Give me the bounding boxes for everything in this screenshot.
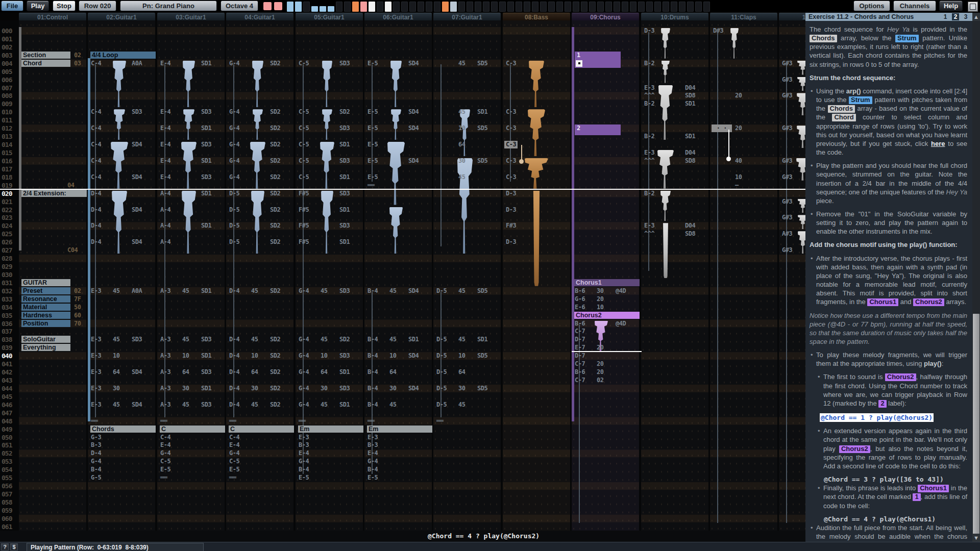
pattern-cell-note[interactable]: G-4: [299, 401, 309, 409]
label-value[interactable]: 02: [74, 287, 81, 295]
pattern-cell-note[interactable]: C-5: [299, 173, 309, 181]
pattern-cell-note[interactable]: E-3: [368, 434, 378, 441]
pattern-cell-fx[interactable]: SD5: [477, 60, 487, 67]
pattern-cell-note[interactable]: C-4: [229, 434, 239, 441]
pattern-cell-note[interactable]: E-3: [91, 385, 101, 392]
pattern-cell-note[interactable]: B-6: [575, 287, 585, 295]
pattern-cell-note[interactable]: A-3: [160, 336, 170, 343]
pattern-cell-value[interactable]: 45: [458, 60, 465, 67]
pattern-cell-fx[interactable]: SD4: [408, 287, 419, 295]
pattern-cell-note[interactable]: G#3: [782, 157, 792, 165]
pattern-cell-note[interactable]: G-3: [91, 434, 101, 441]
pattern-cell-value[interactable]: 30: [458, 157, 465, 165]
tutorial-scrollbar[interactable]: ▲ ▼: [972, 13, 980, 542]
pattern-cell-note[interactable]: C-4: [91, 60, 101, 67]
pattern-cell-value[interactable]: 45: [251, 336, 258, 343]
pattern-cell-note[interactable]: E-5: [160, 466, 170, 473]
pattern-cell-fx[interactable]: SD1: [201, 222, 211, 230]
section-label[interactable]: Chorus1: [574, 279, 640, 286]
scrollbar-thumb[interactable]: [973, 314, 979, 538]
channel-header-01control[interactable]: 01:Control: [19, 13, 86, 21]
pattern-cell-note[interactable]: B-4: [368, 336, 378, 343]
tutorial-page-3[interactable]: 3: [962, 13, 969, 20]
pattern-cell-note[interactable]: B-4: [368, 287, 378, 295]
pattern-cell-note[interactable]: E-5: [368, 141, 378, 148]
section-label[interactable]: C: [229, 425, 294, 433]
channel-9[interactable]: Chorus1Chorus212B-630@4DG-620E-610B-6@4D…: [572, 20, 639, 531]
pattern-cell-note[interactable]: C-5: [229, 458, 239, 465]
pattern-cell-fx[interactable]: SD3: [339, 157, 350, 165]
pattern-cell-note[interactable]: D-7: [575, 352, 585, 360]
pattern-cell-note[interactable]: ══: [436, 417, 443, 425]
pattern-cell-note[interactable]: E-4: [160, 441, 170, 449]
pattern-cell-value[interactable]: 30: [113, 385, 119, 392]
play-marker-box[interactable]: [576, 60, 582, 67]
pattern-cell-fx[interactable]: SD5: [477, 287, 487, 295]
pattern-cell-note[interactable]: D-3: [506, 238, 516, 246]
pattern-cell-value[interactable]: 45: [321, 287, 327, 295]
pattern-cell-note[interactable]: F#5: [299, 222, 309, 230]
pattern-cell-fx[interactable]: SD1: [685, 100, 695, 108]
drag-pin-handle[interactable]: [726, 157, 731, 161]
pattern-cell-note[interactable]: D-4: [91, 206, 101, 214]
pattern-cell-note[interactable]: G#3: [782, 76, 792, 84]
pattern-cell-note[interactable]: B-2: [644, 60, 654, 67]
section-label[interactable]: 4/4 Loop: [90, 52, 156, 59]
pattern-cell-note[interactable]: G-4: [160, 449, 170, 457]
pattern-cell-value[interactable]: 30: [182, 385, 189, 392]
pattern-cell-note[interactable]: B-4: [368, 352, 378, 360]
pattern-cell-note[interactable]: F#3: [506, 222, 516, 230]
pattern-cell-note[interactable]: B-4: [368, 385, 378, 392]
pattern-cell-note[interactable]: E-4: [160, 124, 170, 132]
pattern-cell-fx[interactable]: @4D: [616, 287, 626, 295]
pattern-cell-fx[interactable]: SD5: [477, 385, 487, 392]
pattern-cell-note[interactable]: G-4: [299, 336, 309, 343]
pattern-cell-fx[interactable]: SD1: [408, 336, 419, 343]
pattern-cell-note[interactable]: ^^^: [644, 157, 654, 165]
pattern-cell-note[interactable]: E-4: [160, 173, 170, 181]
pattern-cell-note[interactable]: ══: [368, 182, 374, 189]
label-value[interactable]: 60: [74, 312, 81, 319]
channel-1[interactable]: Section02Chord032/4 Extension:GUITARPres…: [19, 20, 86, 531]
instrument-selector[interactable]: Pn: Grand Piano: [120, 1, 217, 11]
pattern-cell-fx[interactable]: SD1: [201, 124, 211, 132]
section-label[interactable]: SoloGuitar: [21, 336, 70, 343]
section-label[interactable]: 2/4 Extension:: [21, 190, 87, 197]
pattern-cell-value[interactable]: 45: [113, 336, 119, 343]
pattern-cell-note[interactable]: C-4: [91, 141, 101, 148]
section-label[interactable]: Section: [21, 52, 70, 59]
pattern-cell-fx[interactable]: SD2: [270, 368, 280, 376]
pattern-cell-note[interactable]: C-3: [506, 157, 516, 165]
pattern-cell-fx[interactable]: A0A: [132, 60, 142, 67]
pattern-cell-note[interactable]: A-3: [160, 385, 170, 392]
chorus-marker-2[interactable]: 2: [575, 124, 621, 135]
pattern-cell-value[interactable]: 20: [597, 295, 603, 303]
pattern-cell-fx[interactable]: D04: [685, 149, 695, 157]
pattern-cell-fx[interactable]: SD8: [685, 92, 695, 99]
pattern-cell-note[interactable]: D-5: [229, 190, 239, 197]
control-value[interactable]: C04: [67, 246, 78, 254]
pattern-cell-note[interactable]: ^^^: [644, 230, 654, 238]
pattern-cell-note[interactable]: D-3: [644, 27, 654, 35]
pattern-cell-value[interactable]: 10: [251, 352, 258, 360]
pattern-cell-note[interactable]: C-3: [506, 173, 516, 181]
pattern-cell-note[interactable]: D-4: [91, 222, 101, 230]
pattern-cell-note[interactable]: G#3: [782, 60, 792, 67]
pattern-cell-fx[interactable]: SD1: [201, 60, 211, 67]
pattern-cell-note[interactable]: A-4: [160, 238, 170, 246]
pattern-cell-note[interactable]: A-3: [160, 368, 170, 376]
pattern-cell-fx[interactable]: SD2: [270, 385, 280, 392]
pattern-cell-fx[interactable]: @4D: [616, 320, 626, 328]
pattern-cell-fx[interactable]: SD3: [339, 60, 350, 67]
pattern-cell-note[interactable]: G-4: [229, 60, 239, 67]
pattern-cell-note[interactable]: D-4: [229, 336, 239, 343]
pattern-cell-note[interactable]: G-5: [91, 474, 101, 482]
pattern-cell-fx[interactable]: SD4: [408, 60, 419, 67]
row-indicator[interactable]: Row 020: [79, 1, 116, 11]
tutorial-page-2[interactable]: 2: [952, 13, 959, 20]
pattern-cell-value[interactable]: 64: [458, 368, 465, 376]
pattern-cell-note[interactable]: D-5: [436, 336, 447, 343]
pattern-cell-fx[interactable]: SD1: [201, 157, 211, 165]
pattern-cell-note[interactable]: A-4: [160, 190, 170, 197]
pattern-cell-note[interactable]: D-4: [91, 190, 101, 197]
